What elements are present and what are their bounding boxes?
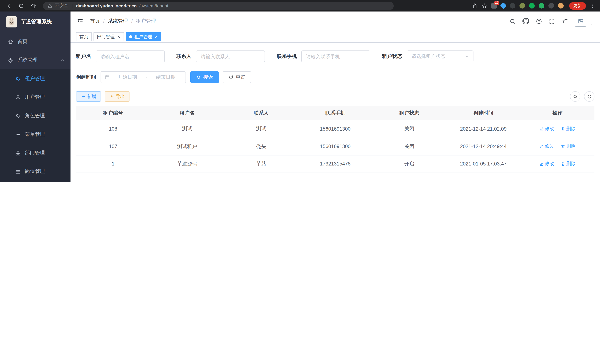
gear-icon xyxy=(8,57,13,63)
avatar[interactable] xyxy=(575,16,586,27)
sidebar-item-dept-management[interactable]: 部门管理 xyxy=(0,144,71,162)
sidebar-item-system-management[interactable]: 系统管理 xyxy=(0,51,71,69)
breadcrumb-home[interactable]: 首页 xyxy=(90,18,100,25)
sidebar-item-user-management[interactable]: 用户管理 xyxy=(0,88,71,106)
extension-icon-5[interactable] xyxy=(539,3,544,9)
contact-input[interactable] xyxy=(196,50,265,62)
plus-icon xyxy=(81,94,85,99)
filter-row-2: 创建时间 开始日期 - 结束日期 搜索 重置 xyxy=(76,71,594,83)
extension-icon-6[interactable] xyxy=(548,3,554,9)
app-logo-area[interactable]: 芋道管理系统 xyxy=(0,11,71,32)
date-range-picker[interactable]: 开始日期 - 结束日期 xyxy=(101,71,186,83)
delete-link[interactable]: 删除 xyxy=(561,143,575,149)
sidebar-item-menu-management[interactable]: 菜单管理 xyxy=(0,125,71,144)
sidebar-item-post-management[interactable]: 岗位管理 xyxy=(0,162,71,181)
extension-icon-4[interactable] xyxy=(529,3,535,9)
add-button[interactable]: 新增 xyxy=(76,91,101,102)
edit-link[interactable]: 修改 xyxy=(539,161,554,167)
app-window: 芋道管理系统 首页 系统管理 租户管理 xyxy=(0,11,600,182)
extension-icon-1[interactable] xyxy=(500,2,507,9)
delete-label: 删除 xyxy=(566,161,575,167)
cell-phone: 15601691300 xyxy=(298,138,372,155)
sidebar-item-tenant-management[interactable]: 租户管理 xyxy=(0,69,71,88)
close-icon[interactable] xyxy=(117,35,121,38)
reload-icon[interactable] xyxy=(18,3,24,9)
extension-icon-2[interactable] xyxy=(510,3,516,9)
tenant-name-input[interactable] xyxy=(95,50,165,62)
date-range-separator: - xyxy=(145,75,148,80)
refresh-table-button[interactable] xyxy=(584,91,594,102)
toggle-search-button[interactable] xyxy=(570,91,580,102)
refresh-icon xyxy=(229,75,233,80)
tabs-bar: 首页 部门管理 租户管理 xyxy=(71,31,600,43)
cell-contact: 芋艿 xyxy=(224,155,298,173)
menu-fold-icon[interactable] xyxy=(77,18,84,25)
reset-button[interactable]: 重置 xyxy=(223,71,251,83)
edit-link[interactable]: 修改 xyxy=(539,143,554,149)
cell-status: 关闭 xyxy=(372,120,446,138)
org-tree-icon xyxy=(15,150,21,156)
col-status: 租户状态 xyxy=(372,106,446,120)
fullscreen-icon[interactable] xyxy=(549,18,555,24)
edit-label: 修改 xyxy=(545,161,554,167)
security-label[interactable]: 不安全 xyxy=(55,3,68,9)
date-start-placeholder[interactable]: 开始日期 xyxy=(111,74,144,81)
chrome-update-button[interactable]: 更新 xyxy=(569,2,586,9)
search-button[interactable]: 搜索 xyxy=(190,71,219,83)
url-domain[interactable]: dashboard.yudao.iocoder.cn xyxy=(76,3,137,8)
delete-link[interactable]: 删除 xyxy=(561,126,575,132)
users-icon xyxy=(15,76,21,82)
browser-menu-icon[interactable] xyxy=(590,3,596,9)
github-icon[interactable] xyxy=(523,18,529,25)
export-button[interactable]: 导出 xyxy=(105,91,130,102)
home-icon[interactable] xyxy=(30,3,36,9)
col-actions: 操作 xyxy=(520,106,594,120)
tab-dept-management[interactable]: 部门管理 xyxy=(94,32,124,41)
sidebar-item-label: 首页 xyxy=(18,38,28,45)
sidebar-item-label: 租户管理 xyxy=(25,75,45,82)
sidebar-item-label: 用户管理 xyxy=(25,94,45,101)
status-select[interactable]: 请选择租户状态 xyxy=(407,50,473,62)
bookmark-star-icon[interactable] xyxy=(482,3,487,9)
sidebar-item-label: 角色管理 xyxy=(25,112,45,119)
extension-icon-badged[interactable]: 10 xyxy=(491,3,497,9)
sidebar-item-label: 岗位管理 xyxy=(25,168,45,175)
sidebar-item-home[interactable]: 首页 xyxy=(0,32,71,51)
sidebar-item-dict-management[interactable]: 字典管理 xyxy=(0,181,71,182)
url-bar[interactable]: 不安全 dashboard.yudao.iocoder.cn/system/te… xyxy=(43,2,394,10)
sidebar-item-role-management[interactable]: 角色管理 xyxy=(0,106,71,125)
breadcrumb-separator: / xyxy=(103,18,105,24)
avatar-caret-down-icon[interactable] xyxy=(590,22,594,26)
table-toolbar: 新增 导出 xyxy=(76,91,594,102)
users-icon xyxy=(15,113,21,119)
extension-icon-7[interactable] xyxy=(558,3,564,9)
tab-home[interactable]: 首页 xyxy=(76,32,92,41)
date-end-placeholder[interactable]: 结束日期 xyxy=(150,74,182,81)
font-size-icon[interactable] xyxy=(562,18,568,24)
extension-icon-3[interactable] xyxy=(519,3,525,9)
chevron-up-icon xyxy=(60,58,65,62)
sidebar-item-label: 部门管理 xyxy=(25,149,45,156)
extension-badge: 10 xyxy=(494,1,499,5)
edit-icon xyxy=(539,144,544,149)
cell-tenant-id: 108 xyxy=(76,120,150,138)
breadcrumb-system[interactable]: 系统管理 xyxy=(108,18,128,25)
url-path[interactable]: /system/tenant xyxy=(139,3,168,8)
search-icon[interactable] xyxy=(509,18,516,24)
delete-link[interactable]: 删除 xyxy=(561,161,575,167)
edit-link[interactable]: 修改 xyxy=(539,126,554,132)
help-icon[interactable] xyxy=(536,18,542,24)
edit-label: 修改 xyxy=(545,126,554,132)
close-icon[interactable] xyxy=(154,35,158,38)
cell-tenant-name: 测试 xyxy=(150,120,224,138)
cell-phone: 15601691300 xyxy=(298,120,372,138)
tab-tenant-management[interactable]: 租户管理 xyxy=(126,32,161,41)
edit-icon xyxy=(539,162,544,166)
phone-input[interactable] xyxy=(301,50,370,62)
cell-contact: 秃头 xyxy=(224,138,298,155)
back-icon[interactable] xyxy=(6,3,12,9)
breadcrumb-current: 租户管理 xyxy=(136,18,156,25)
share-icon[interactable] xyxy=(472,3,478,9)
tab-label: 首页 xyxy=(79,34,88,40)
col-created: 创建时间 xyxy=(446,106,520,120)
